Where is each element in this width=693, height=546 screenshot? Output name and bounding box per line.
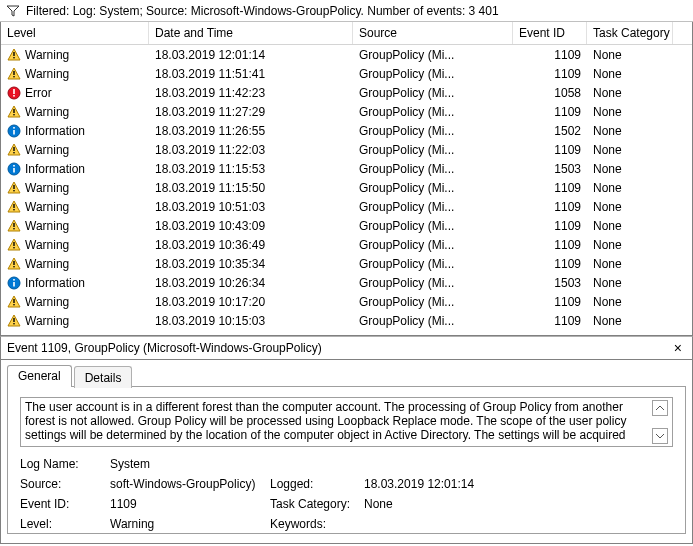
warning-icon <box>7 314 21 328</box>
table-row[interactable]: Warning18.03.2019 10:51:03GroupPolicy (M… <box>1 197 692 216</box>
cell-date: 18.03.2019 10:26:34 <box>149 276 353 290</box>
cell-event-id: 1109 <box>513 219 587 233</box>
cell-date: 18.03.2019 11:26:55 <box>149 124 353 138</box>
val-level: Warning <box>110 517 270 531</box>
svg-rect-15 <box>13 168 15 173</box>
cell-date: 18.03.2019 10:17:20 <box>149 295 353 309</box>
cell-event-id: 1109 <box>513 238 587 252</box>
table-row[interactable]: Warning18.03.2019 10:17:20GroupPolicy (M… <box>1 292 692 311</box>
svg-rect-17 <box>13 185 14 189</box>
cell-level: Warning <box>1 314 149 328</box>
svg-rect-29 <box>13 279 15 281</box>
tab-details[interactable]: Details <box>74 366 133 388</box>
cell-task-category: None <box>587 276 673 290</box>
cell-source: GroupPolicy (Mi... <box>353 181 513 195</box>
tab-general[interactable]: General <box>7 365 72 387</box>
table-header: Level Date and Time Source Event ID Task… <box>1 22 692 45</box>
col-header-date[interactable]: Date and Time <box>149 22 353 44</box>
cell-event-id: 1058 <box>513 86 587 100</box>
warning-icon <box>7 67 21 81</box>
cell-level: Warning <box>1 219 149 233</box>
scroll-down-button[interactable] <box>652 428 668 444</box>
cell-level: Warning <box>1 105 149 119</box>
scroll-up-button[interactable] <box>652 400 668 416</box>
svg-rect-21 <box>13 223 14 227</box>
info-icon <box>7 124 21 138</box>
cell-task-category: None <box>587 238 673 252</box>
cell-event-id: 1109 <box>513 181 587 195</box>
table-row[interactable]: Warning18.03.2019 12:01:14GroupPolicy (M… <box>1 45 692 64</box>
table-row[interactable]: Information18.03.2019 11:15:53GroupPolic… <box>1 159 692 178</box>
cell-event-id: 1109 <box>513 105 587 119</box>
svg-rect-18 <box>13 190 14 191</box>
cell-event-id: 1109 <box>513 257 587 271</box>
table-body[interactable]: Warning18.03.2019 12:01:14GroupPolicy (M… <box>1 45 692 335</box>
close-icon[interactable]: × <box>670 341 686 355</box>
level-text: Warning <box>25 143 69 157</box>
table-row[interactable]: Warning18.03.2019 10:36:49GroupPolicy (M… <box>1 235 692 254</box>
svg-rect-1 <box>13 57 14 58</box>
svg-rect-26 <box>13 266 14 267</box>
svg-rect-7 <box>13 109 14 113</box>
cell-event-id: 1502 <box>513 124 587 138</box>
lbl-log-name: Log Name: <box>20 457 110 471</box>
val-keywords <box>364 517 673 531</box>
table-row[interactable]: Warning18.03.2019 10:43:09GroupPolicy (M… <box>1 216 692 235</box>
col-header-source[interactable]: Source <box>353 22 513 44</box>
description-scroll <box>652 400 668 444</box>
svg-rect-8 <box>13 114 14 115</box>
table-row[interactable]: Error18.03.2019 11:42:23GroupPolicy (Mi.… <box>1 83 692 102</box>
warning-icon <box>7 105 21 119</box>
svg-rect-28 <box>13 282 15 287</box>
svg-rect-12 <box>13 147 14 151</box>
funnel-icon <box>6 4 20 18</box>
table-row[interactable]: Information18.03.2019 11:26:55GroupPolic… <box>1 121 692 140</box>
warning-icon <box>7 181 21 195</box>
cell-task-category: None <box>587 124 673 138</box>
filter-bar: Filtered: Log: System; Source: Microsoft… <box>0 0 693 22</box>
table-row[interactable]: Warning18.03.2019 11:22:03GroupPolicy (M… <box>1 140 692 159</box>
level-text: Warning <box>25 295 69 309</box>
table-row[interactable]: Warning18.03.2019 10:35:34GroupPolicy (M… <box>1 254 692 273</box>
table-row[interactable]: Warning18.03.2019 10:15:03GroupPolicy (M… <box>1 311 692 330</box>
level-text: Warning <box>25 200 69 214</box>
warning-icon <box>7 238 21 252</box>
svg-rect-11 <box>13 127 15 129</box>
cell-event-id: 1109 <box>513 67 587 81</box>
cell-task-category: None <box>587 314 673 328</box>
cell-source: GroupPolicy (Mi... <box>353 257 513 271</box>
cell-date: 18.03.2019 10:43:09 <box>149 219 353 233</box>
cell-task-category: None <box>587 257 673 271</box>
cell-event-id: 1503 <box>513 276 587 290</box>
table-row[interactable]: Information18.03.2019 10:26:34GroupPolic… <box>1 273 692 292</box>
filter-text: Filtered: Log: System; Source: Microsoft… <box>26 4 499 18</box>
cell-date: 18.03.2019 11:15:53 <box>149 162 353 176</box>
cell-source: GroupPolicy (Mi... <box>353 238 513 252</box>
svg-rect-3 <box>13 76 14 77</box>
col-header-task-category[interactable]: Task Category <box>587 22 673 44</box>
svg-rect-19 <box>13 204 14 208</box>
col-header-event-id[interactable]: Event ID <box>513 22 587 44</box>
svg-rect-2 <box>13 71 14 75</box>
cell-level: Warning <box>1 200 149 214</box>
val-task-category: None <box>364 497 673 511</box>
cell-event-id: 1109 <box>513 200 587 214</box>
lbl-logged: Logged: <box>270 477 364 491</box>
level-text: Warning <box>25 219 69 233</box>
cell-task-category: None <box>587 295 673 309</box>
cell-date: 18.03.2019 10:35:34 <box>149 257 353 271</box>
col-header-level[interactable]: Level <box>1 22 149 44</box>
cell-event-id: 1109 <box>513 48 587 62</box>
detail-header: Event 1109, GroupPolicy (Microsoft-Windo… <box>0 336 693 360</box>
level-text: Information <box>25 124 85 138</box>
lbl-keywords: Keywords: <box>270 517 364 531</box>
cell-task-category: None <box>587 143 673 157</box>
table-row[interactable]: Warning18.03.2019 11:15:50GroupPolicy (M… <box>1 178 692 197</box>
level-text: Warning <box>25 105 69 119</box>
cell-date: 18.03.2019 11:42:23 <box>149 86 353 100</box>
level-text: Information <box>25 276 85 290</box>
cell-source: GroupPolicy (Mi... <box>353 219 513 233</box>
svg-rect-22 <box>13 228 14 229</box>
table-row[interactable]: Warning18.03.2019 11:51:41GroupPolicy (M… <box>1 64 692 83</box>
table-row[interactable]: Warning18.03.2019 11:27:29GroupPolicy (M… <box>1 102 692 121</box>
